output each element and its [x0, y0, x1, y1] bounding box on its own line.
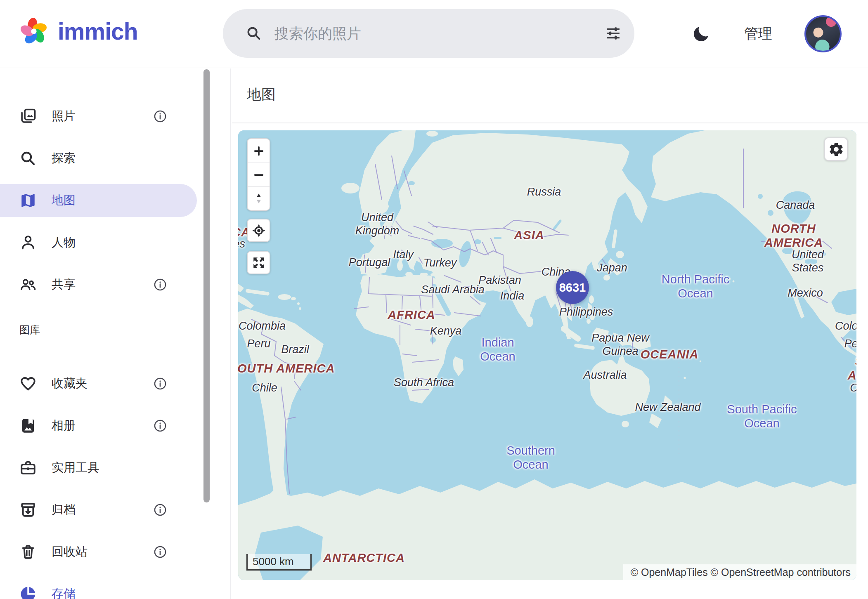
sidebar-item-label: 照片: [52, 108, 76, 125]
sidebar-item-people[interactable]: 人物: [0, 226, 197, 259]
sidebar-item-label: 相册: [52, 417, 76, 434]
moon-icon: [692, 24, 711, 43]
info-icon[interactable]: [153, 377, 167, 391]
sidebar-item-label: 地图: [52, 192, 76, 209]
dark-mode-toggle[interactable]: [691, 23, 712, 45]
sidebar-item-label: 共享: [52, 276, 76, 293]
compass-icon: [253, 192, 265, 205]
zoom-in-button[interactable]: [248, 139, 270, 163]
map-settings-button[interactable]: [824, 137, 848, 161]
world-map[interactable]: RussiaCanadaUnited KingdomASIANORTH AMER…: [238, 130, 856, 580]
search-bar[interactable]: [223, 9, 634, 58]
sidebar-item-label: 归档: [52, 502, 76, 518]
zoom-out-button[interactable]: [248, 163, 270, 186]
heart-icon: [19, 375, 37, 392]
sidebar-item-map[interactable]: 地图: [0, 184, 197, 217]
filter-tune-icon[interactable]: [605, 25, 622, 42]
trash-icon: [19, 543, 37, 561]
immich-logo[interactable]: immich: [18, 16, 138, 47]
people-icon: [19, 276, 37, 293]
world-map-svg: [238, 130, 856, 580]
scale-label: 5000 km: [248, 555, 294, 568]
geolocate-button[interactable]: [247, 219, 270, 242]
info-icon[interactable]: [153, 419, 167, 433]
sidebar-item-label: 回收站: [52, 544, 88, 560]
sidebar-item-archive[interactable]: 归档: [0, 493, 197, 526]
info-icon[interactable]: [153, 278, 167, 292]
sidebar-item-sharing[interactable]: 共享: [0, 268, 197, 301]
admin-link[interactable]: 管理: [744, 24, 772, 43]
locate-icon: [251, 223, 266, 238]
sidebar-item-utilities[interactable]: 实用工具: [0, 451, 197, 484]
compass-button[interactable]: [248, 186, 270, 210]
map-attribution: © OpenMapTiles © OpenStreetMap contribut…: [623, 564, 856, 580]
sidebar-item-label: 收藏夹: [52, 375, 88, 392]
info-icon[interactable]: [153, 503, 167, 517]
briefcase-icon: [19, 459, 37, 476]
sidebar-item-photos[interactable]: 照片: [0, 100, 197, 133]
album-icon: [19, 417, 37, 434]
header-actions: 管理: [691, 0, 842, 68]
sidebar-item-trash[interactable]: 回收站: [0, 535, 197, 568]
pie-icon: [19, 585, 37, 599]
sidebar-item-label: 人物: [52, 234, 76, 251]
immich-flower-icon: [18, 16, 50, 47]
immich-app-window: immich 管理 照片探索地图人物共享图库收藏夹相册实用工具归档回收站存储 地…: [0, 0, 868, 599]
sidebar-item-label: 实用工具: [52, 460, 99, 476]
sidebar-item-storage[interactable]: 存储: [0, 578, 197, 599]
map-scale-bar: 5000 km: [246, 554, 312, 571]
photo-cluster-marker[interactable]: 8631: [556, 271, 589, 304]
sidebar-scrollbar[interactable]: [203, 69, 210, 502]
user-avatar[interactable]: [804, 15, 842, 52]
fullscreen-icon: [251, 255, 266, 270]
sidebar-item-favorites[interactable]: 收藏夹: [0, 367, 197, 400]
photos-icon: [19, 108, 37, 125]
sidebar-nav: 照片探索地图人物共享图库收藏夹相册实用工具归档回收站存储: [0, 68, 231, 599]
search-input[interactable]: [274, 25, 605, 42]
map-zoom-controls: [247, 138, 270, 211]
archive-icon: [19, 501, 37, 519]
info-icon[interactable]: [153, 545, 167, 559]
logo-wordmark: immich: [58, 18, 138, 45]
person-icon: [19, 234, 37, 251]
minus-icon: [253, 169, 265, 181]
cluster-count: 8631: [559, 281, 586, 295]
app-header: immich 管理: [0, 0, 868, 68]
sidebar-item-albums[interactable]: 相册: [0, 409, 197, 442]
sidebar-item-label: 探索: [52, 150, 76, 167]
info-icon[interactable]: [153, 109, 167, 123]
content-divider: [232, 123, 868, 123]
fullscreen-button[interactable]: [247, 251, 270, 274]
map-icon: [19, 192, 37, 209]
plus-icon: [253, 145, 265, 157]
gear-icon: [828, 141, 844, 158]
sidebar-item-explore[interactable]: 探索: [0, 142, 197, 175]
sidebar-item-label: 存储: [52, 586, 76, 599]
search-icon: [19, 150, 37, 167]
sidebar-section-library: 图库: [0, 322, 230, 337]
search-icon: [246, 25, 262, 42]
page-title: 地图: [247, 85, 276, 104]
